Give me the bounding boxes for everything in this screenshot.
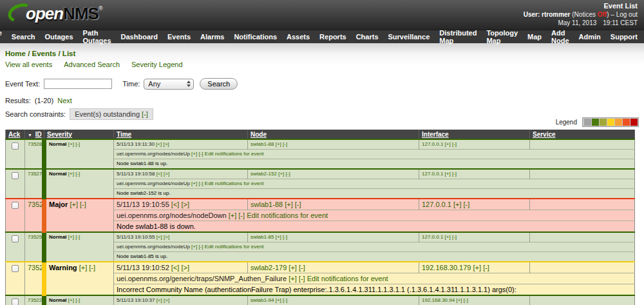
nav-item-path-outages[interactable]: Path Outages: [83, 29, 111, 44]
nav-item-admin[interactable]: Admin: [579, 33, 601, 41]
edit-notifications-link[interactable]: Edit notifications for event: [205, 244, 264, 250]
link-advanced-search[interactable]: Advanced Search: [64, 61, 120, 68]
link-view-all-events[interactable]: View all events: [5, 61, 52, 68]
ack-checkbox[interactable]: [12, 235, 19, 242]
nav-item-assets[interactable]: Assets: [287, 33, 310, 41]
severity-minus-link[interactable]: [-]: [75, 234, 80, 240]
breadcrumb-events[interactable]: Events: [32, 50, 57, 57]
severity-minus-link[interactable]: [-]: [89, 264, 95, 271]
nav-item-dashboard[interactable]: Dashboard: [121, 33, 158, 41]
node-minus-link[interactable]: [-]: [283, 141, 287, 147]
event-text-input[interactable]: [44, 79, 112, 89]
severity-minus-link[interactable]: [-]: [75, 171, 80, 177]
logout-link[interactable]: Log out: [616, 11, 638, 18]
node-link[interactable]: swlab2-179: [251, 264, 287, 271]
interface-plus-link[interactable]: [+]: [473, 264, 482, 271]
interface-link[interactable]: 127.0.0.1: [422, 234, 443, 240]
ack-checkbox[interactable]: [12, 299, 19, 305]
time-after-link[interactable]: [>]: [181, 201, 189, 208]
node-minus-link[interactable]: [-]: [286, 171, 290, 177]
nav-item-add-node[interactable]: Add Node: [551, 29, 569, 44]
interface-plus-link[interactable]: [+]: [453, 201, 462, 208]
col-header-interface[interactable]: Interface: [419, 130, 530, 139]
time-select[interactable]: Any: [144, 79, 194, 90]
node-plus-link[interactable]: [+]: [289, 264, 297, 271]
nav-item-events[interactable]: Events: [167, 33, 191, 41]
ack-checkbox[interactable]: [12, 143, 19, 150]
severity-plus-link[interactable]: [+]: [79, 264, 88, 271]
uei-minus-link[interactable]: [-]: [198, 244, 203, 250]
severity-plus-link[interactable]: [+]: [68, 234, 74, 240]
node-minus-link[interactable]: [-]: [295, 201, 301, 208]
uei-plus-link[interactable]: [+]: [191, 151, 197, 157]
nav-item-charts[interactable]: Charts: [356, 33, 379, 41]
event-id-link[interactable]: 73525: [28, 234, 42, 240]
nav-item-node-list[interactable]: Node List: [0, 29, 2, 44]
node-minus-link[interactable]: [-]: [283, 297, 287, 303]
event-id-link[interactable]: 73527: [28, 171, 42, 177]
breadcrumb-list[interactable]: List: [62, 50, 75, 57]
node-plus-link[interactable]: [+]: [276, 234, 281, 240]
col-header-ack[interactable]: Ack: [6, 130, 25, 139]
uei-minus-link[interactable]: [-]: [299, 275, 305, 282]
nav-item-alarms[interactable]: Alarms: [200, 33, 224, 41]
severity-plus-link[interactable]: [+]: [68, 141, 74, 147]
time-before-link[interactable]: [<]: [156, 297, 162, 303]
time-after-link[interactable]: [>]: [164, 234, 169, 240]
time-before-link[interactable]: [<]: [156, 234, 162, 240]
edit-notifications-link[interactable]: Edit notifications for event: [307, 275, 388, 282]
severity-minus-link[interactable]: [-]: [80, 201, 86, 208]
interface-link[interactable]: 127.0.0.1: [422, 141, 443, 147]
uei-plus-link[interactable]: [+]: [289, 275, 297, 282]
severity-plus-link[interactable]: [+]: [70, 201, 78, 208]
search-button[interactable]: Search: [200, 78, 238, 90]
nav-item-search[interactable]: Search: [12, 33, 35, 41]
col-header-id[interactable]: ▼ ID: [25, 130, 44, 139]
interface-minus-link[interactable]: [-]: [452, 141, 457, 147]
event-id-link[interactable]: 73524: [28, 264, 44, 271]
constraint-remove-link[interactable]: [-]: [142, 110, 148, 118]
event-id-link[interactable]: 73526: [28, 201, 44, 208]
results-next-link[interactable]: Next: [57, 97, 72, 104]
event-id-link[interactable]: 73522: [28, 297, 42, 303]
interface-minus-link[interactable]: [-]: [483, 264, 489, 271]
node-minus-link[interactable]: [-]: [299, 264, 305, 271]
nav-item-distributed-map[interactable]: Distributed Map: [439, 29, 477, 44]
interface-plus-link[interactable]: [+]: [445, 141, 451, 147]
interface-plus-link[interactable]: [+]: [445, 234, 451, 240]
time-after-link[interactable]: [>]: [164, 171, 169, 177]
uei-plus-link[interactable]: [+]: [191, 181, 197, 186]
node-plus-link[interactable]: [+]: [276, 141, 281, 147]
interface-plus-link[interactable]: [+]: [456, 297, 462, 303]
interface-minus-link[interactable]: [-]: [464, 201, 470, 208]
uei-plus-link[interactable]: [+]: [229, 212, 237, 219]
interface-plus-link[interactable]: [+]: [445, 171, 451, 177]
node-link[interactable]: swlab1-94: [251, 297, 274, 303]
nav-item-support[interactable]: Support: [611, 33, 638, 41]
col-header-node[interactable]: Node: [248, 130, 419, 139]
severity-plus-link[interactable]: [+]: [68, 297, 74, 303]
ack-checkbox[interactable]: [12, 202, 19, 209]
col-header-service[interactable]: Service: [530, 130, 635, 139]
node-plus-link[interactable]: [+]: [276, 297, 281, 303]
node-link[interactable]: swlab2-152: [251, 171, 277, 177]
node-plus-link[interactable]: [+]: [278, 171, 284, 177]
time-before-link[interactable]: [<]: [156, 141, 162, 147]
node-link[interactable]: swlab1-88: [251, 201, 283, 208]
time-before-link[interactable]: [<]: [171, 201, 180, 208]
notices-status[interactable]: Off: [598, 11, 607, 18]
link-severity-legend[interactable]: Severity Legend: [131, 61, 183, 68]
time-after-link[interactable]: [>]: [181, 264, 189, 271]
nav-item-outages[interactable]: Outages: [45, 33, 73, 41]
nav-item-topology-map[interactable]: Topology Map: [486, 29, 518, 44]
interface-minus-link[interactable]: [-]: [452, 234, 457, 240]
node-link[interactable]: swlab1-85: [251, 234, 274, 240]
uei-minus-link[interactable]: [-]: [198, 181, 203, 186]
ack-checkbox[interactable]: [12, 265, 19, 272]
ack-checkbox[interactable]: [12, 172, 19, 179]
nav-item-reports[interactable]: Reports: [319, 33, 346, 41]
col-header-time[interactable]: Time: [114, 130, 248, 139]
time-before-link[interactable]: [<]: [156, 171, 162, 177]
uei-minus-link[interactable]: [-]: [238, 212, 245, 219]
breadcrumb-home[interactable]: Home: [5, 50, 26, 57]
